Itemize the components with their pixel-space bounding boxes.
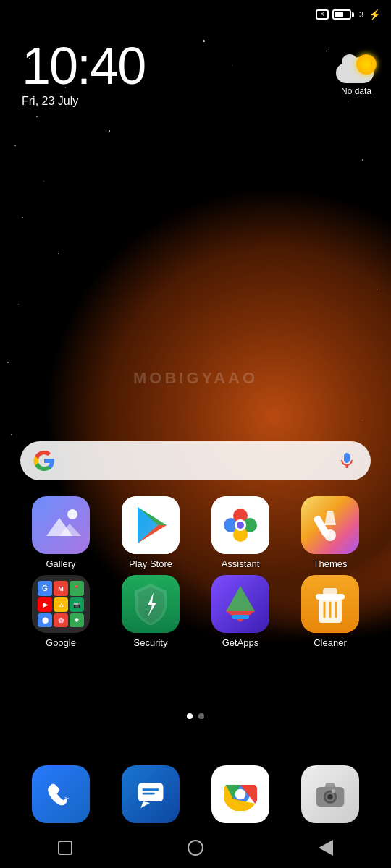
microphone-icon[interactable] [336, 450, 358, 472]
clock-area: 10:40 Fri, 23 July [22, 40, 145, 108]
nav-back-button[interactable] [311, 833, 340, 862]
battery-level: 3 [359, 10, 363, 19]
grid-item-meet: 📷 [70, 597, 84, 612]
x-icon [316, 9, 329, 20]
app-google[interactable]: G M 📍 ▶ △ 📷 [21, 575, 101, 648]
status-icons: 3 ⚡ [316, 9, 381, 20]
svg-rect-31 [138, 783, 164, 801]
svg-rect-23 [232, 615, 249, 619]
nav-triangle-icon [319, 840, 333, 856]
battery-fill [335, 12, 343, 17]
svg-point-42 [332, 789, 336, 793]
dock-phone[interactable] [32, 765, 90, 823]
battery-icon [332, 9, 354, 20]
watermark: MOBIGYAAO [133, 369, 258, 388]
svg-rect-16 [324, 529, 336, 541]
app-getapps[interactable]: GetApps [201, 575, 280, 648]
weather-label: No data [341, 86, 371, 96]
sun-icon [356, 54, 377, 75]
app-grid: Gallery [0, 496, 391, 654]
svg-point-4 [67, 509, 77, 519]
cleaner-icon [301, 575, 359, 633]
nav-circle-icon [188, 840, 203, 856]
dock [0, 765, 391, 823]
grid-item-gmail: M [54, 581, 68, 596]
grid-item-chrome: ⬤ [38, 613, 52, 627]
svg-marker-32 [140, 801, 150, 808]
battery-tip [352, 12, 354, 17]
getapps-icon-svg [211, 575, 269, 633]
google-label: Google [46, 637, 76, 648]
weather-widget: No data [336, 54, 377, 96]
app-assistant[interactable]: Assistant [201, 496, 280, 569]
stars-background [0, 0, 391, 868]
cleaner-icon-svg [301, 575, 359, 633]
app-playstore[interactable]: Play Store [111, 496, 190, 569]
search-bar[interactable] [20, 441, 371, 480]
grid-item-extra: ✱ [70, 613, 84, 627]
google-folder-icon: G M 📍 ▶ △ 📷 [32, 575, 90, 633]
playstore-icon-svg [122, 496, 180, 554]
svg-point-13 [237, 522, 244, 529]
grid-item-maps: 📍 [70, 581, 84, 596]
app-row-2: G M 📍 ▶ △ 📷 [16, 575, 375, 648]
gallery-icon-svg [32, 496, 90, 554]
nav-bar [0, 827, 391, 868]
grid-item-youtube: ▶ [38, 597, 52, 612]
messages-dock-icon [134, 778, 167, 811]
nav-square-icon [58, 841, 72, 855]
clock-date: Fri, 23 July [22, 95, 145, 108]
assistant-label: Assistant [222, 558, 260, 569]
chrome-dock-icon [224, 778, 257, 811]
assistant-icon [211, 496, 269, 554]
clock-time: 10:40 [22, 40, 145, 92]
svg-point-37 [235, 789, 246, 800]
cleaner-label: Cleaner [314, 637, 347, 648]
search-input-container[interactable] [20, 441, 371, 480]
google-logo [33, 450, 55, 472]
camera-dock-icon [314, 778, 347, 811]
nav-home-button[interactable] [181, 833, 210, 862]
google-grid: G M 📍 ▶ △ 📷 [32, 575, 90, 633]
weather-icon [336, 54, 377, 83]
grid-item-drive: △ [54, 597, 68, 612]
nav-recents-button[interactable] [51, 833, 80, 862]
playstore-label: Play Store [129, 558, 172, 569]
app-gallery[interactable]: Gallery [21, 496, 101, 569]
battery-body [332, 9, 351, 20]
grid-item-g: G [38, 581, 52, 596]
app-themes[interactable]: Themes [290, 496, 370, 569]
dock-messages[interactable] [122, 765, 180, 823]
getapps-icon [211, 575, 269, 633]
phone-dock-icon [44, 778, 77, 811]
gallery-label: Gallery [46, 558, 75, 569]
grid-item-photos: 🌸 [54, 613, 68, 627]
app-security[interactable]: Security [111, 575, 190, 648]
svg-rect-27 [323, 588, 337, 595]
gallery-icon [32, 496, 90, 554]
security-icon-svg [122, 575, 180, 633]
page-dot-1[interactable] [187, 713, 193, 719]
dock-camera[interactable] [301, 765, 359, 823]
assistant-icon-svg [211, 496, 269, 554]
getapps-label: GetApps [222, 637, 259, 648]
bolt-icon: ⚡ [369, 9, 381, 20]
app-row-1: Gallery [16, 496, 375, 569]
status-bar: 3 ⚡ [0, 0, 391, 29]
security-icon [122, 575, 180, 633]
themes-label: Themes [314, 558, 348, 569]
app-cleaner[interactable]: Cleaner [290, 575, 370, 648]
playstore-icon [122, 496, 180, 554]
page-indicators [187, 713, 204, 719]
svg-point-41 [327, 794, 332, 799]
themes-icon-svg [301, 496, 359, 554]
security-label: Security [134, 637, 168, 648]
dock-chrome[interactable] [211, 765, 269, 823]
page-dot-2[interactable] [198, 713, 204, 719]
themes-icon [301, 496, 359, 554]
